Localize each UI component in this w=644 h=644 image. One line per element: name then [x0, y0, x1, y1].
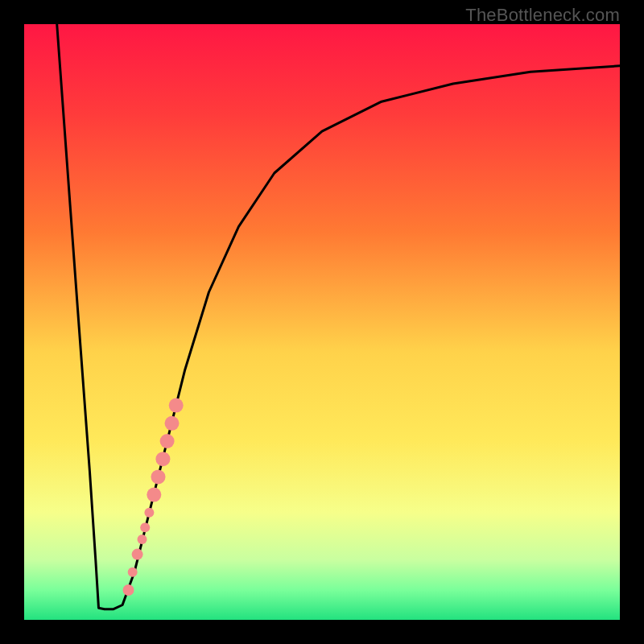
highlight-dot [147, 488, 161, 502]
highlight-dot [151, 469, 166, 484]
chart-frame: TheBottleneck.com [0, 0, 644, 644]
highlight-dot [144, 508, 154, 518]
highlight-dot [165, 416, 180, 431]
chart-svg [24, 24, 620, 620]
gradient-background [24, 24, 620, 620]
highlight-dot [169, 398, 184, 413]
highlight-dot [140, 522, 150, 532]
highlight-dot [128, 568, 138, 577]
plot-area [24, 24, 620, 620]
watermark-text: TheBottleneck.com [465, 5, 620, 26]
highlight-dot [160, 434, 175, 448]
highlight-dot [155, 452, 170, 466]
highlight-dot [123, 584, 134, 596]
highlight-dot [132, 549, 143, 560]
highlight-dot [138, 535, 147, 544]
